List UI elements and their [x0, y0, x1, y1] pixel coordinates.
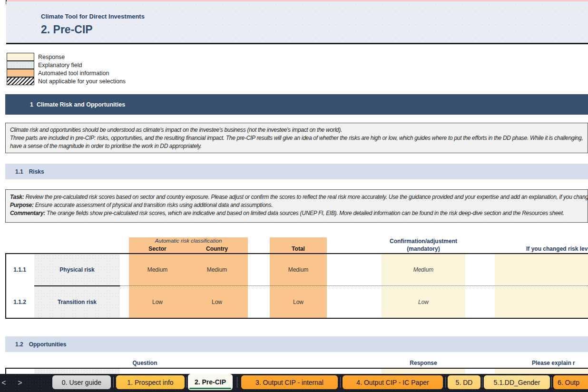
spreadsheet-view: Climate Tool for Direct Investments 2. P…	[0, 0, 588, 392]
opportunities-table-border-left	[5, 368, 6, 374]
col-header-please-explain: Please explain r	[532, 360, 575, 367]
legend-item-explanatory: Explanatory field	[7, 61, 126, 69]
auto-classification-header: Automatic risk classification	[129, 238, 248, 244]
physical-sector-score: Medium	[129, 254, 186, 285]
col-header-mandatory: (mandatory)	[382, 245, 465, 253]
row-label-physical-risk: Physical risk	[34, 254, 120, 285]
col-header-total: Total	[270, 245, 327, 253]
table-border-bottom	[5, 318, 588, 319]
legend-item-automated: Automated tool information	[7, 69, 126, 77]
sheet-tab-output-cip-internal[interactable]: 3. Output CIP - internal	[241, 375, 338, 389]
transition-confirmation-value[interactable]: Low	[382, 286, 465, 318]
sheet-tab-output-6[interactable]: 6. Outp	[553, 375, 588, 389]
row-divider-dotted	[120, 285, 588, 286]
sheet-tab-output-cip-ic-paper[interactable]: 4. Output CIP - IC Paper	[343, 375, 443, 389]
tab-separator	[113, 377, 114, 388]
transition-explain-cell[interactable]	[495, 286, 588, 318]
legend: Response Explanatory field Automated too…	[7, 53, 126, 85]
tab-separator	[237, 377, 237, 388]
sheet-tab-dd[interactable]: 5. DD	[448, 375, 480, 389]
active-tab-underline	[189, 388, 231, 389]
response-swatch	[7, 53, 34, 61]
physical-explain-cell[interactable]	[495, 254, 588, 285]
tab-separator	[551, 377, 552, 388]
next-sheet-arrow[interactable]: >	[16, 374, 24, 392]
task-description-box: Task: Review the pre-calculated risk sco…	[5, 189, 588, 223]
section-header-1-2: 1.2 Opportunities	[5, 336, 588, 352]
legend-item-response: Response	[7, 53, 126, 61]
physical-country-score: Medium	[186, 254, 248, 285]
col-header-sector: Sector	[129, 245, 186, 253]
tab-separator	[482, 377, 482, 388]
col-header-confirmation: Confirmation/adjustment	[382, 238, 465, 245]
tab-separator	[186, 377, 186, 388]
physical-confirmation-value[interactable]: Medium	[382, 254, 465, 285]
sheet-tab-dd-gender[interactable]: 5.1.DD_Gender	[484, 375, 550, 389]
row-id: 1.1.1	[5, 254, 34, 285]
workbook-header-panel: Climate Tool for Direct Investments 2. P…	[6, 1, 588, 44]
physical-total-score: Medium	[270, 254, 327, 285]
col-header-question: Question	[38, 360, 252, 367]
tab-separator	[340, 377, 341, 388]
sheet-tab-user-guide[interactable]: 0. User guide	[52, 375, 111, 389]
prev-sheet-arrow[interactable]: <	[0, 374, 8, 392]
explanatory-swatch	[7, 61, 34, 69]
row-id: 1.1.2	[5, 286, 34, 318]
sheet-tab-pre-cip-active[interactable]: 2. Pre-CIP	[188, 374, 233, 390]
col-header-explain: If you changed risk level	[526, 245, 588, 253]
automated-swatch	[7, 69, 34, 77]
tab-separator	[445, 377, 446, 388]
col-header-response: Response	[382, 360, 465, 367]
legend-item-not-applicable: Not applicable for your selections	[7, 77, 126, 85]
section-header-1-1: 1.1 Risks	[5, 164, 588, 179]
section-header-1: 1 Climate Risk and Opportunities	[5, 94, 588, 115]
transition-country-score: Low	[186, 286, 248, 318]
sheet-tab-prospect-info[interactable]: 1. Prospect info	[116, 375, 185, 389]
row-label-transition-risk: Transition risk	[34, 286, 120, 318]
sheet-tab-bar: < > 0. User guide 1. Prospect info 2. Pr…	[0, 374, 588, 392]
section-intro-text: Climate risk and opportunities should be…	[5, 123, 588, 153]
workbook-subtitle: Climate Tool for Direct Investments	[41, 13, 145, 20]
transition-total-score: Low	[270, 286, 327, 318]
col-header-country: Country	[186, 245, 248, 253]
transition-sector-score: Low	[129, 286, 186, 318]
page-title: 2. Pre-CIP	[41, 23, 93, 36]
not-applicable-swatch	[7, 77, 34, 85]
